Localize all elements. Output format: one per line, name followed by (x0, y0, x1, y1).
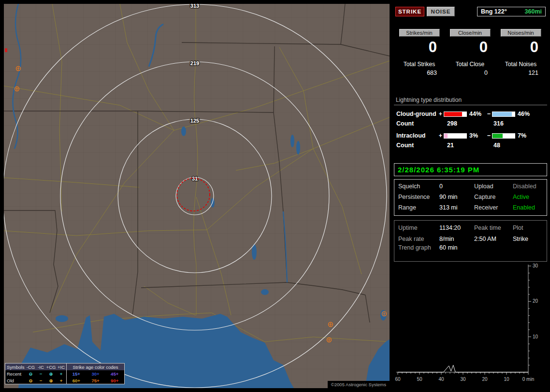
range-value: 360mi (525, 8, 542, 15)
x-tick-label: 0 min (522, 377, 534, 382)
strike-trend-graph: 1020306050403020100 min (394, 262, 547, 388)
lake (290, 135, 294, 147)
cg-negative-bar-fill (492, 112, 512, 116)
x-tick-label: 50 (417, 377, 422, 382)
intracloud-label: Intracloud (396, 132, 437, 139)
capture-status: Active (513, 194, 547, 200)
strike-rate-series (398, 365, 528, 372)
squelch-label: Squelch (398, 183, 439, 190)
ic-positive-bar (444, 133, 467, 139)
neg-cg-symbol-icon: ⊖ (26, 371, 36, 377)
neg-cg-symbol-icon: ⊖ (26, 378, 36, 384)
x-tick-label: 10 (504, 377, 509, 382)
x-tick-label: 60 (395, 377, 401, 382)
ic-positive-bar-fill (444, 134, 448, 138)
legend-old-label: Old (5, 378, 26, 384)
lake (261, 289, 269, 295)
lightning-distribution-section: Lightning type distribution Cloud-ground… (394, 97, 547, 149)
copyright-notice: ©2005 Astrogenic Systems (328, 381, 390, 388)
legend-col-neg-cg: -CG (26, 364, 36, 370)
peak-rate-value: 8/min (439, 236, 474, 242)
count-label: Count (396, 142, 441, 149)
close-per-min-button[interactable]: Close/min (450, 29, 491, 37)
range-ring-label: 219 (190, 60, 199, 66)
cg-positive-bar (444, 112, 467, 117)
receiver-label: Receiver (474, 204, 513, 211)
noise-marker (5, 48, 7, 52)
upload-label: Upload (474, 183, 513, 190)
x-tick-label: 30 (460, 377, 466, 382)
strikes-per-min-value: 0 (394, 39, 445, 57)
noises-counter-column: Noises/min 0 Total Noises 121 (495, 29, 546, 76)
legend-age-header: Strike age color codes (67, 364, 124, 370)
map-canvas[interactable]: 31321912531 (4, 4, 390, 388)
uptime-label: Uptime (398, 224, 439, 231)
lake (56, 315, 68, 322)
persistence-label: Persistence (398, 194, 439, 200)
y-tick-label: 20 (533, 298, 538, 304)
ic-negative-bar (492, 133, 515, 139)
cg-positive-count: 298 (441, 120, 489, 127)
receiver-status: Enabled (513, 204, 547, 211)
noises-per-min-value: 0 (495, 39, 546, 57)
legend-symbols-header: Symbols (5, 364, 26, 370)
lightning-detector-window: 31321912531 Symbols -CG -IC +CG +IC Stri… (0, 0, 550, 392)
peak-time-label: Peak time (474, 224, 513, 231)
capture-label: Capture (474, 194, 513, 200)
mode-toolbar: STRIKE NOISE Bng 122° 360mi (394, 7, 547, 17)
total-strikes-label: Total Strikes (394, 61, 445, 68)
cg-positive-bar-fill (444, 112, 462, 116)
range-setting-label: Range (398, 204, 439, 211)
cg-negative-bar (492, 112, 515, 117)
legend-col-neg-ic: -IC (36, 364, 46, 370)
minus-sign: − (486, 111, 492, 117)
plot-label: Plot (513, 224, 547, 231)
strike-mode-button[interactable]: STRIKE (395, 7, 424, 16)
pos-ic-symbol-icon: + (56, 371, 66, 377)
cg-negative-count: 316 (489, 120, 504, 127)
total-close-label: Total Close (445, 61, 495, 68)
age-code-60: 60+ (67, 378, 86, 384)
legend-header: Symbols -CG -IC +CG +IC Strike age color… (5, 364, 124, 370)
ic-positive-count: 21 (441, 142, 489, 149)
cloud-ground-count-row: Count 298 316 (394, 120, 547, 127)
neg-ic-symbol-icon: − (36, 371, 46, 377)
side-panel: STRIKE NOISE Bng 122° 360mi Strikes/min … (394, 4, 547, 388)
plus-sign: + (437, 111, 444, 117)
ic-negative-count: 48 (489, 142, 500, 149)
legend-col-pos-cg: +CG (46, 364, 56, 370)
trend-graph-label: Trend graph (398, 244, 439, 251)
legend-row-old: Old ⊖ − ⊕ + 60+ 75+ 90+ (5, 377, 124, 384)
intracloud-count-row: Count 21 48 (394, 142, 547, 149)
minus-sign: − (486, 132, 492, 139)
cloud-ground-label: Cloud-ground (396, 111, 437, 117)
trend-window-value: 60 min (439, 244, 474, 251)
bearing-value: Bng 122° (481, 8, 507, 15)
strikes-per-min-button[interactable]: Strikes/min (399, 29, 440, 37)
close-per-min-value: 0 (445, 39, 495, 57)
y-tick-label: 30 (533, 263, 538, 268)
map-panel[interactable]: 31321912531 Symbols -CG -IC +CG +IC Stri… (4, 4, 390, 388)
legend-row-recent: Recent ⊖ − ⊕ + 15+ 30+ 45+ (5, 370, 124, 377)
peak-time-value: 2:50 AM (474, 236, 513, 242)
close-counter-column: Close/min 0 Total Close 0 (445, 29, 495, 76)
upload-status: Disabled (513, 183, 547, 190)
count-label: Count (396, 120, 441, 127)
age-code-15: 15+ (67, 371, 86, 377)
x-tick-label: 20 (482, 377, 488, 382)
x-tick-label: 40 (438, 377, 444, 382)
legend-col-pos-ic: +IC (56, 364, 66, 370)
cg-positive-percent: 44% (467, 111, 486, 117)
datetime-display: 2/28/2026 6:35:19 PM (394, 163, 547, 176)
ic-negative-percent: 7% (515, 132, 534, 139)
age-code-90: 90+ (105, 378, 124, 384)
squelch-value: 0 (439, 183, 474, 190)
y-tick-label: 10 (533, 334, 538, 339)
age-code-30: 30+ (86, 371, 105, 377)
pos-ic-symbol-icon: + (56, 378, 66, 384)
peak-rate-label: Peak rate (398, 236, 439, 242)
divider (394, 105, 547, 105)
noises-per-min-button[interactable]: Noises/min (501, 29, 541, 37)
noise-mode-button[interactable]: NOISE (427, 7, 455, 16)
plus-sign: + (437, 132, 444, 139)
